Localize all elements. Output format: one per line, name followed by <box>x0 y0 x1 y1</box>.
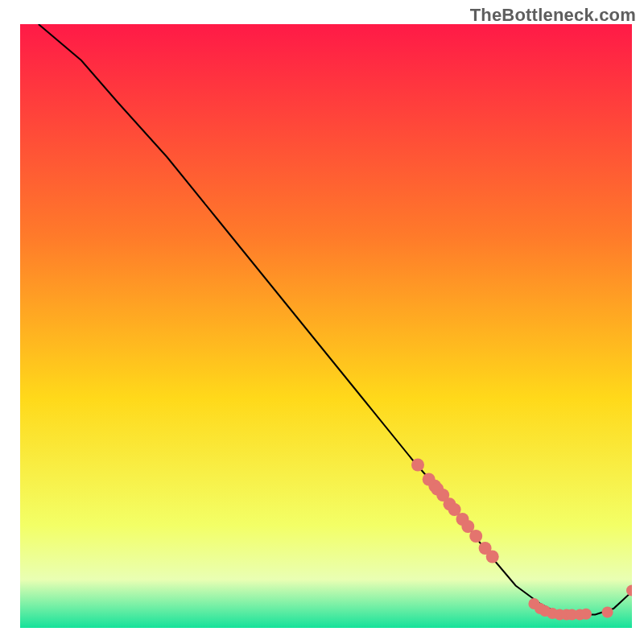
data-point <box>486 551 499 564</box>
data-point <box>411 459 424 472</box>
data-point <box>580 609 592 620</box>
data-point <box>626 585 638 597</box>
chart-background <box>20 24 632 628</box>
data-point <box>469 530 482 543</box>
data-point <box>602 607 613 618</box>
bottleneck-chart <box>0 0 644 644</box>
chart-container: TheBottleneck.com <box>0 0 644 644</box>
